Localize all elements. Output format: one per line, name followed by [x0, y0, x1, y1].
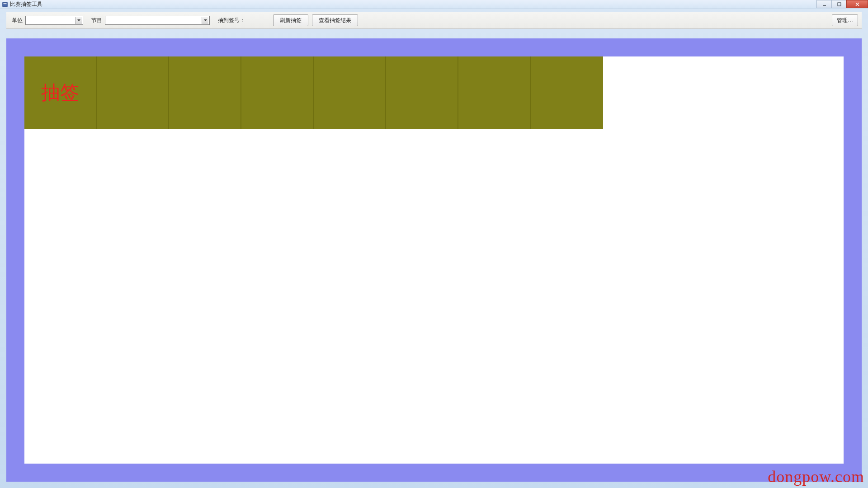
watermark: dongpow.com: [768, 467, 864, 486]
app-icon: [2, 1, 8, 8]
program-select[interactable]: [105, 16, 210, 25]
draw-cell-label: 抽签: [41, 80, 79, 105]
svg-rect-0: [3, 2, 8, 6]
draw-cell[interactable]: [386, 56, 458, 129]
toolbar: 单位 节目 抽到签号： 刷新抽签 查看抽签结果 管理…: [6, 12, 862, 29]
maximize-button[interactable]: [831, 0, 847, 8]
unit-select[interactable]: [25, 16, 83, 25]
minimize-button[interactable]: [816, 0, 832, 8]
draw-canvas: 抽签: [24, 56, 844, 464]
svg-rect-3: [838, 3, 841, 6]
draw-cell[interactable]: [97, 56, 169, 129]
draw-cell[interactable]: [169, 56, 241, 129]
window-title: 比赛抽签工具: [10, 0, 42, 8]
chevron-down-icon: [202, 17, 208, 24]
program-label: 节目: [91, 17, 102, 24]
draw-cell[interactable]: [531, 56, 603, 129]
manage-button[interactable]: 管理…: [832, 14, 858, 26]
workspace: 抽签: [6, 38, 862, 482]
draw-cell[interactable]: [458, 56, 531, 129]
refresh-draw-button[interactable]: 刷新抽签: [273, 14, 308, 26]
draw-grid-row: 抽签: [24, 56, 844, 129]
unit-label: 单位: [12, 17, 23, 24]
svg-marker-7: [204, 19, 207, 21]
svg-rect-1: [4, 3, 7, 4]
chevron-down-icon: [75, 17, 82, 24]
draw-cell[interactable]: [241, 56, 314, 129]
draw-cell[interactable]: 抽签: [24, 56, 97, 129]
title-bar: 比赛抽签工具: [0, 0, 868, 9]
window-controls: [817, 0, 868, 8]
view-result-button[interactable]: 查看抽签结果: [312, 14, 358, 26]
drawn-number-label: 抽到签号：: [218, 17, 245, 24]
close-button[interactable]: [846, 0, 868, 8]
draw-cell[interactable]: [314, 56, 386, 129]
svg-marker-6: [77, 19, 80, 21]
